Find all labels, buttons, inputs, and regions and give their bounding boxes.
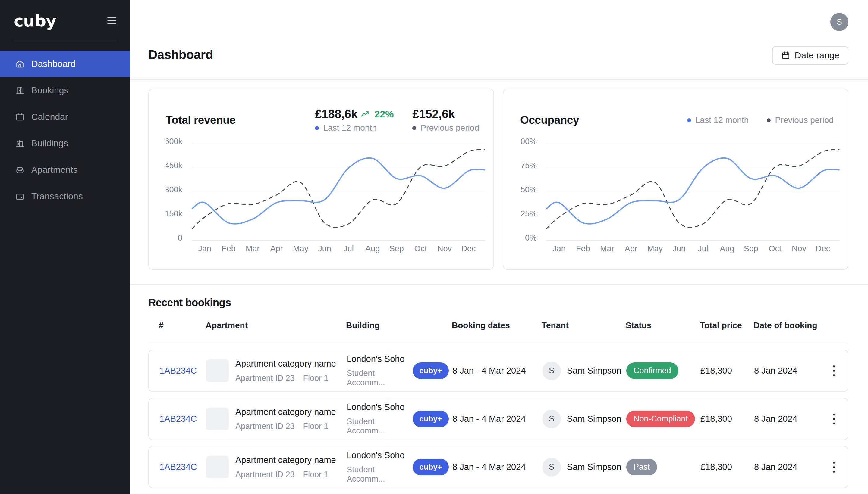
booking-id-link[interactable]: 1AB234C bbox=[159, 366, 197, 376]
building-category: Student Accomm... bbox=[347, 465, 413, 484]
cuby-plus-badge: cuby+ bbox=[413, 362, 449, 379]
sidebar-item-bookings[interactable]: Bookings bbox=[0, 77, 130, 103]
sidebar-item-label: Buildings bbox=[31, 138, 68, 148]
tenant-name: Sam Simpson bbox=[567, 366, 621, 376]
apartment-id-label: Apartment ID 23 bbox=[235, 422, 295, 431]
blue-dot-icon bbox=[315, 126, 319, 130]
svg-text:25%: 25% bbox=[521, 209, 537, 218]
apartment-floor-label: Floor 1 bbox=[303, 374, 328, 383]
sidebar-item-apartments[interactable]: Apartments bbox=[0, 156, 130, 183]
svg-text:Mar: Mar bbox=[246, 244, 260, 253]
svg-text:Sep: Sep bbox=[390, 244, 404, 253]
svg-text:450k: 450k bbox=[166, 161, 182, 170]
svg-text:600k: 600k bbox=[166, 137, 182, 146]
sidebar-item-transactions[interactable]: Transactions bbox=[0, 183, 130, 210]
booking-id-link[interactable]: 1AB234C bbox=[159, 462, 197, 472]
recent-bookings-section: Recent bookings # Apartment Building Boo… bbox=[130, 297, 868, 488]
svg-text:Jul: Jul bbox=[698, 244, 708, 253]
column-header-tenant: Tenant bbox=[542, 321, 626, 330]
svg-text:Jan: Jan bbox=[553, 244, 566, 253]
calendar-icon bbox=[15, 112, 25, 121]
row-menu-icon[interactable] bbox=[831, 411, 837, 427]
user-avatar[interactable]: S bbox=[830, 13, 848, 31]
date-range-button[interactable]: Date range bbox=[772, 46, 848, 65]
booking-dates: 8 Jan - 4 Mar 2024 bbox=[452, 462, 542, 472]
column-header-date-of-booking: Date of booking bbox=[754, 321, 838, 330]
page-header: S Dashboard Date range bbox=[130, 0, 868, 80]
legend-previous-period: Previous period bbox=[412, 123, 479, 133]
column-header-status: Status bbox=[626, 321, 700, 330]
page-title: Dashboard bbox=[148, 48, 213, 62]
blue-dot-icon bbox=[687, 118, 691, 122]
sidebar-item-calendar[interactable]: Calendar bbox=[0, 103, 130, 130]
svg-text:May: May bbox=[647, 244, 663, 253]
apartment-id-label: Apartment ID 23 bbox=[235, 470, 295, 479]
table-header: # Apartment Building Booking dates Tenan… bbox=[148, 321, 848, 343]
date-of-booking: 8 Jan 2024 bbox=[754, 414, 827, 424]
svg-text:Dec: Dec bbox=[462, 244, 476, 253]
legend-previous-period: Previous period bbox=[767, 115, 834, 125]
column-header-apartment: Apartment bbox=[205, 321, 346, 330]
svg-text:Feb: Feb bbox=[576, 244, 590, 253]
building-icon bbox=[15, 138, 25, 148]
status-badge: Confirmed bbox=[626, 362, 679, 379]
revenue-stats: £188,6k 22% Last 12 month £152,6 bbox=[315, 108, 479, 133]
date-of-booking: 8 Jan 2024 bbox=[754, 366, 827, 376]
sofa-icon bbox=[15, 165, 25, 175]
row-menu-icon[interactable] bbox=[831, 459, 837, 475]
svg-text:Oct: Oct bbox=[768, 244, 781, 253]
sidebar-item-label: Bookings bbox=[31, 85, 68, 95]
sidebar-item-buildings[interactable]: Buildings bbox=[0, 130, 130, 156]
app-root: cuby Dashboard Bookings Calendar bbox=[0, 0, 868, 494]
svg-text:Nov: Nov bbox=[792, 244, 807, 253]
svg-text:Jan: Jan bbox=[198, 244, 211, 253]
tenant-name: Sam Simpson bbox=[567, 462, 621, 472]
legend-last-12-month: Last 12 month bbox=[687, 115, 749, 125]
svg-text:Feb: Feb bbox=[221, 244, 236, 253]
occupancy-legend: Last 12 month Previous period bbox=[687, 115, 834, 125]
menu-icon[interactable] bbox=[107, 16, 116, 25]
total-price: £18,300 bbox=[701, 462, 754, 472]
svg-text:Nov: Nov bbox=[437, 244, 452, 253]
svg-text:Apr: Apr bbox=[625, 244, 637, 253]
booking-id-link[interactable]: 1AB234C bbox=[159, 414, 197, 424]
total-revenue-card: Total revenue £188,6k 22% Last 12 month bbox=[148, 89, 494, 270]
booking-table-row: 1AB234C Apartment category name Apartmen… bbox=[148, 446, 848, 488]
sidebar: cuby Dashboard Bookings Calendar bbox=[0, 0, 130, 494]
apartment-name: Apartment category name bbox=[235, 407, 336, 417]
svg-text:Aug: Aug bbox=[720, 244, 734, 253]
sidebar-item-label: Transactions bbox=[31, 191, 83, 202]
current-revenue-value: £188,6k bbox=[315, 108, 358, 121]
column-header-number: # bbox=[159, 321, 205, 330]
svg-text:100%: 100% bbox=[520, 137, 537, 146]
sidebar-item-label: Calendar bbox=[31, 112, 68, 122]
occupancy-chart: 100%75%50%25%0%JanFebMarAprMayJunJulAugS… bbox=[520, 136, 848, 256]
tenant-avatar: S bbox=[542, 458, 561, 477]
total-revenue-chart: 600k450k300k150k0JanFebMarAprMayJunJulAu… bbox=[166, 136, 493, 256]
date-of-booking: 8 Jan 2024 bbox=[754, 462, 827, 472]
svg-text:May: May bbox=[293, 244, 309, 253]
svg-text:75%: 75% bbox=[521, 161, 537, 170]
row-menu-icon[interactable] bbox=[831, 363, 837, 379]
svg-text:Oct: Oct bbox=[414, 244, 427, 253]
svg-text:Aug: Aug bbox=[365, 244, 380, 253]
date-range-label: Date range bbox=[795, 50, 839, 60]
trend-up-icon bbox=[361, 111, 371, 117]
cuby-plus-badge: cuby+ bbox=[413, 459, 449, 475]
svg-text:Sep: Sep bbox=[744, 244, 758, 253]
table-body: 1AB234C Apartment category name Apartmen… bbox=[148, 349, 848, 488]
tenant-avatar: S bbox=[542, 362, 561, 380]
building-category: Student Accomm... bbox=[347, 417, 413, 436]
revenue-change-percent: 22% bbox=[374, 109, 394, 120]
sidebar-item-dashboard[interactable]: Dashboard bbox=[0, 51, 130, 77]
column-header-total-price: Total price bbox=[700, 321, 754, 330]
svg-text:Apr: Apr bbox=[270, 244, 283, 253]
section-title: Recent bookings bbox=[148, 297, 848, 308]
svg-text:0: 0 bbox=[178, 233, 182, 242]
svg-text:0%: 0% bbox=[525, 233, 537, 242]
status-badge: Non-Compliant bbox=[626, 411, 695, 427]
legend-last-12-month: Last 12 month bbox=[315, 123, 394, 133]
booking-dates: 8 Jan - 4 Mar 2024 bbox=[452, 414, 542, 424]
svg-text:Jun: Jun bbox=[318, 244, 331, 253]
wallet-icon bbox=[15, 191, 25, 201]
